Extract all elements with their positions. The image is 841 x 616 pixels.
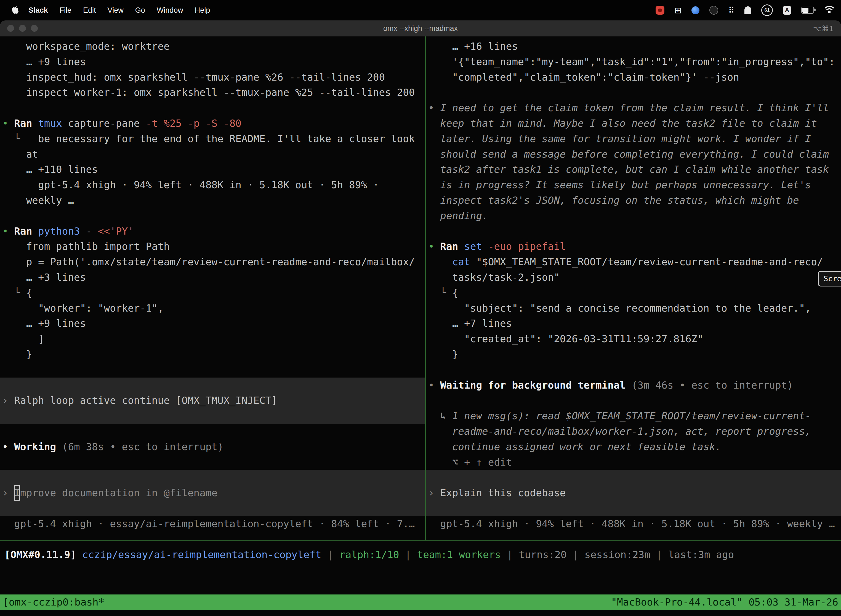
prompt-row[interactable]: › Improve documentation in @filename [0,485,425,501]
pane-left[interactable]: workspace_mode: worktree … +9 lines insp… [0,37,425,540]
menu-view[interactable]: View [102,6,129,14]
pane-right[interactable]: … +16 lines '{"team_name":"my-team","tas… [426,37,841,540]
terminal-text-fg: from pathlib import Path [2,241,170,252]
terminal-text-fg: … +7 lines [428,318,512,329]
terminal-text-dim: gpt-5.4 xhigh · essay/ai-reimplementatio… [2,518,415,529]
terminal-line: • Ran python3 - <<'PY' [2,224,425,239]
prompt-row[interactable] [0,408,425,424]
battery-percentage-badge[interactable]: 61 [761,4,773,16]
terminal-text-fg: "created_at": "2026-03-31T11:59:27.816Z" [428,333,703,345]
window-title: omx --xhigh --madmax [383,24,458,33]
terminal-text-fg: gpt-5.4 xhigh · 94% left · 488K in · 5.1… [2,179,379,191]
terminal-text-fg: inspect_worker-1: omx sparkshell --tmux-… [2,87,415,98]
close-window-button[interactable] [7,25,14,32]
battery-icon[interactable] [801,7,814,14]
terminal-text-think: should send a message before completing … [428,148,829,160]
menu-slack[interactable]: Slack [23,6,54,14]
prompt-row[interactable] [426,501,841,516]
apple-menu-icon[interactable] [8,6,23,15]
terminal-text-fg: at [2,148,38,160]
blue-orb-app-icon[interactable] [692,6,699,14]
dark-orb-app-icon[interactable] [709,6,718,15]
window-tiling-grid-icon[interactable]: ⊞ [674,6,681,15]
terminal-line: gpt-5.4 xhigh · essay/ai-reimplementatio… [2,516,425,532]
menu-help[interactable]: Help [189,6,216,14]
prompt-row[interactable] [0,470,425,485]
ghost-app-icon[interactable] [744,6,751,14]
window-titlebar[interactable]: omx --xhigh --madmax ⌥⌘1 [0,21,841,37]
terminal-text-fg: tasks/task-2.json" [428,271,560,283]
terminal-text-bold: [OMX#0.11.9] [4,549,82,560]
menubar-status-items: ⊞ ⠿ 61 A [656,4,841,16]
terminal-line: keep that in mind. Maybe I also need the… [428,116,841,131]
screen-recording-stop-icon[interactable] [656,6,664,15]
terminal-text-fg: be necessary for the end of the README. … [26,133,415,144]
terminal-text-fg: inspect_hud: omx sparkshell --tmux-pane … [2,72,385,83]
terminal-text-cursor: I [14,485,20,501]
input-source-icon[interactable]: A [783,6,791,15]
terminal-line: └ { [2,285,425,301]
terminal-text-dim: turns:20 [519,549,567,560]
terminal-text-fg: } [2,349,32,360]
terminal-text-red: <<'PY' [98,226,134,237]
terminal-text-fg: … +16 lines [428,41,518,52]
menu-window[interactable]: Window [151,6,189,14]
terminal-text-dim: ↳ [428,410,452,421]
terminal-text-dim: session:23m [585,549,650,560]
prompt-row[interactable]: › Ralph loop active continue [OMX_TMUX_I… [0,393,425,408]
terminal-line: inspect_hud: omx sparkshell --tmux-pane … [2,70,425,85]
terminal-text-fg: Explain this codebase [440,487,566,499]
terminal-text-think: continue assigned work or next feasible … [428,441,721,452]
prompt-row[interactable] [426,470,841,485]
terminal-text-fg: weekly … [2,195,74,206]
terminal-text-sep: | [651,549,668,560]
terminal-line: … +16 lines [428,39,841,54]
terminal-text-dim: › [428,487,440,499]
terminal-text-green: • [428,241,440,252]
terminal-line [428,393,841,408]
terminal-text-dim: └ [2,287,26,298]
terminal-line: • Working (6m 38s • esc to interrupt) [2,439,425,455]
terminal-text-dim: mprove documentation in @filename [20,487,217,499]
menu-file[interactable]: File [54,6,78,14]
menu-edit[interactable]: Edit [77,6,102,14]
terminal-text-sep: | [501,549,519,560]
prompt-row[interactable]: › Explain this codebase [426,485,841,501]
prompt-row[interactable] [0,501,425,516]
terminal-line: later. Using the same for transition mig… [428,131,841,147]
pane-right-content: … +16 lines '{"team_name":"my-team","tas… [428,39,841,532]
minimize-window-button[interactable] [19,25,26,32]
terminal-text-think: pending. [428,210,488,221]
terminal-line: • Ran set -euo pipefail [428,239,841,254]
dots-grid-icon[interactable]: ⠿ [728,6,734,15]
terminal-line: "completed","claim_token":"claim-token"}… [428,70,841,85]
terminal-line: … +9 lines [2,316,425,331]
wifi-icon[interactable] [824,6,835,15]
terminal-line: "subject": "send a concise recommendatio… [428,301,841,316]
omx-status-line: [OMX#0.11.9] cczip/essay/ai-reimplementa… [0,547,841,562]
terminal-text-fg: ] [2,333,44,345]
terminal-text-bold: Ran [14,226,38,237]
menu-go[interactable]: Go [129,6,151,14]
terminal-line: … +3 lines [2,270,425,285]
zoom-window-button[interactable] [31,25,38,32]
terminal-text-red: -euo pipefail [488,241,566,252]
tmux-session-window: [omx-cczip0:bash* [3,594,104,610]
terminal-text-dim: › [2,487,14,499]
terminal-line: ⌥ + ↑ edit [428,455,841,470]
terminal-text-dim: (3m 46s • esc to interrupt) [631,380,793,391]
terminal-line [428,224,841,239]
terminal-text-think: keep that in mind. Maybe I also need the… [428,117,817,129]
terminal-line: p = Path('.omx/state/team/review-current… [2,254,425,270]
terminal-line: tasks/task-2.json" [428,270,841,285]
terminal-text-fg: "completed","claim_token":"claim-token"}… [428,72,739,83]
terminal-text-fg: p = Path('.omx/state/team/review-current… [2,256,415,267]
terminal-text-fg: … +9 lines [2,318,86,329]
window-shortcut-hint: ⌥⌘1 [813,24,834,33]
terminal-line: cat "$OMX_TEAM_STATE_ROOT/team/review-cu… [428,254,841,270]
terminal-line [2,208,425,224]
terminal-text-fg: "worker": "worker-1", [2,302,164,314]
terminal-text-fg: { [26,287,32,298]
prompt-row[interactable] [0,378,425,393]
terminal-text-bold: Waiting for background terminal [440,380,631,391]
